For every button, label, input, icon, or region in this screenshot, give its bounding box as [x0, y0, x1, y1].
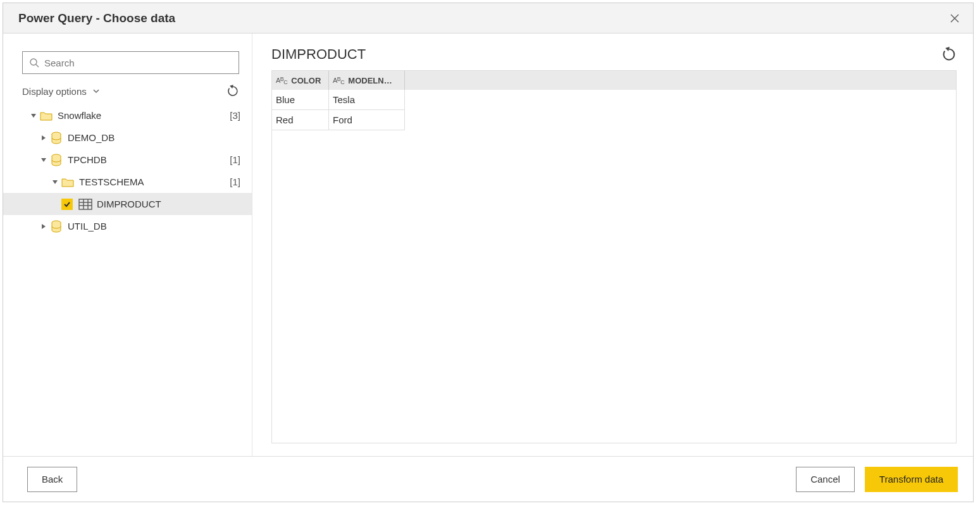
refresh-preview-button[interactable] [941, 47, 957, 62]
chevron-down-icon[interactable] [92, 87, 101, 96]
check-icon [63, 201, 71, 208]
tree-label: UTIL_DB [68, 221, 240, 231]
tree-node-demo-db[interactable]: DEMO_DB [3, 126, 252, 149]
preview-title: DIMPRODUCT [271, 46, 941, 63]
back-button[interactable]: Back [27, 467, 77, 492]
text-type-icon: ABC [333, 77, 344, 84]
close-button[interactable] [945, 9, 964, 28]
refresh-icon [226, 85, 239, 97]
table-checkbox[interactable] [61, 199, 73, 210]
preview-grid[interactable]: ABC COLOR ABC MODELN… Blue Tesla Red For… [271, 70, 957, 443]
cell: Red [272, 110, 329, 130]
tree-count: [3] [230, 110, 240, 121]
tree-label: Snowflake [58, 110, 225, 121]
svg-rect-3 [79, 199, 92, 209]
cell: Tesla [329, 90, 405, 110]
tree-count: [1] [230, 176, 240, 187]
tree-node-tpchdb[interactable]: TPCHDB [1] [3, 149, 252, 171]
navigator-pane: Display options Snowflake [3, 34, 252, 456]
cancel-button[interactable]: Cancel [796, 467, 855, 492]
folder-icon [60, 177, 75, 187]
expand-icon[interactable] [50, 179, 60, 185]
refresh-icon [941, 47, 957, 62]
nav-tree: Snowflake [3] DEMO_DB [3, 104, 252, 237]
tree-node-snowflake[interactable]: Snowflake [3] [3, 104, 252, 126]
tree-node-testschema[interactable]: TESTSCHEMA [1] [3, 171, 252, 193]
search-input[interactable] [44, 58, 232, 68]
cell: Ford [329, 110, 405, 130]
tree-label: TPCHDB [68, 154, 225, 165]
preview-header: DIMPRODUCT [271, 46, 957, 63]
body-area: Display options Snowflake [3, 34, 973, 456]
folder-icon [39, 111, 54, 121]
text-type-icon: ABC [276, 77, 287, 84]
column-header-label: COLOR [291, 76, 321, 85]
tree-label: TESTSCHEMA [79, 176, 225, 187]
tree-label: DEMO_DB [68, 132, 240, 143]
grid-header-row: ABC COLOR ABC MODELN… [272, 71, 956, 90]
transform-data-button[interactable]: Transform data [865, 467, 958, 492]
dialog-title: Power Query - Choose data [18, 11, 945, 25]
dialog-root: Power Query - Choose data Display option… [3, 3, 974, 502]
display-options-row: Display options [22, 80, 239, 102]
display-options-label[interactable]: Display options [22, 86, 87, 97]
database-icon [49, 154, 64, 166]
tree-node-util-db[interactable]: UTIL_DB [3, 215, 252, 237]
collapse-icon[interactable] [39, 135, 49, 141]
dialog-footer: Back Cancel Transform data [3, 456, 973, 502]
column-header-modelname[interactable]: ABC MODELN… [329, 71, 405, 90]
search-box[interactable] [22, 51, 239, 74]
table-row[interactable]: Blue Tesla [272, 90, 956, 110]
column-header-color[interactable]: ABC COLOR [272, 71, 329, 90]
close-icon [950, 13, 960, 23]
tree-count: [1] [230, 154, 240, 165]
preview-pane: DIMPRODUCT ABC COLOR ABC MODELN… [252, 34, 973, 456]
tree-node-dimproduct[interactable]: DIMPRODUCT [3, 193, 252, 215]
tree-label: DIMPRODUCT [97, 199, 240, 209]
column-header-label: MODELN… [348, 76, 392, 85]
database-icon [49, 132, 64, 144]
refresh-tree-button[interactable] [226, 85, 239, 97]
expand-icon[interactable] [28, 113, 39, 119]
collapse-icon[interactable] [39, 223, 49, 230]
database-icon [49, 220, 64, 233]
table-row[interactable]: Red Ford [272, 110, 956, 130]
table-icon [78, 199, 93, 210]
svg-point-0 [30, 59, 37, 65]
titlebar: Power Query - Choose data [3, 3, 973, 34]
search-icon [29, 58, 39, 68]
cell: Blue [272, 90, 329, 110]
expand-icon[interactable] [39, 157, 49, 163]
